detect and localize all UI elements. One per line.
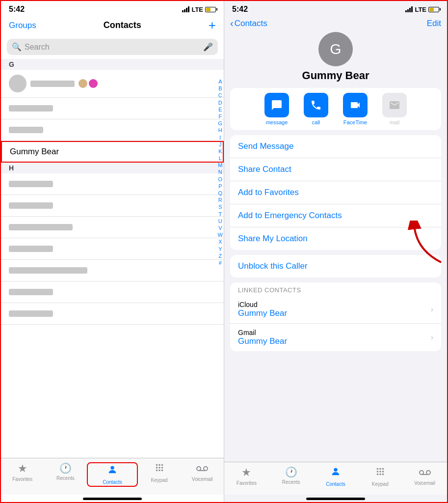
list-item[interactable]	[1, 195, 224, 217]
alpha-p[interactable]: P	[218, 183, 222, 190]
svg-point-11	[204, 467, 208, 471]
detail-nav: ‹ Contacts Edit	[224, 16, 447, 29]
alpha-h[interactable]: H	[218, 127, 222, 134]
message-action-button[interactable]: message	[260, 93, 293, 125]
unblock-row[interactable]: Unblock this Caller	[230, 255, 441, 278]
blurred-name	[9, 181, 53, 187]
alpha-w[interactable]: W	[218, 232, 223, 238]
tab-contacts-right[interactable]: Contacts	[314, 466, 358, 487]
alpha-q[interactable]: Q	[218, 190, 223, 196]
alpha-l[interactable]: L	[219, 155, 222, 162]
add-contact-button[interactable]: +	[209, 18, 216, 33]
tab-favorites-right[interactable]: ★ Favorites	[224, 466, 269, 487]
alpha-n[interactable]: N	[218, 169, 222, 175]
alpha-z[interactable]: Z	[218, 253, 222, 259]
list-item[interactable]	[1, 238, 224, 260]
alpha-s[interactable]: S	[218, 204, 222, 210]
mail-action-button[interactable]: mail	[378, 93, 411, 125]
back-button[interactable]: ‹ Contacts	[230, 18, 267, 29]
blurred-name	[9, 289, 53, 295]
list-item[interactable]	[1, 281, 224, 303]
list-item[interactable]	[1, 70, 224, 98]
tab-recents-right[interactable]: 🕐 Recents	[269, 466, 314, 487]
recents-label-right: Recents	[282, 479, 300, 485]
groups-button[interactable]: Groups	[9, 21, 36, 30]
alpha-k[interactable]: K	[218, 148, 222, 155]
tab-contacts-left[interactable]: Contacts	[87, 462, 138, 487]
svg-point-10	[197, 467, 201, 471]
alpha-r[interactable]: R	[218, 197, 222, 203]
alpha-c[interactable]: C	[218, 92, 222, 99]
add-emergency-text: Add to Emergency Contacts	[238, 211, 342, 221]
list-item[interactable]	[1, 303, 224, 325]
alpha-t[interactable]: T	[218, 211, 222, 218]
contacts-tab-label-right: Contacts	[326, 481, 345, 487]
add-favorites-row[interactable]: Add to Favorites	[230, 181, 441, 204]
alpha-v[interactable]: V	[218, 225, 222, 231]
svg-point-18	[376, 471, 378, 473]
alpha-a[interactable]: A	[218, 79, 222, 85]
color-dot	[89, 79, 98, 88]
alpha-e[interactable]: E	[218, 107, 222, 113]
tab-keypad-left[interactable]: Keypad	[138, 462, 181, 487]
left-panel: 5:42 LTE Groups Contacts + 🔍 Search 🎤 G	[1, 1, 224, 502]
status-bar-right: 5:42 LTE	[224, 1, 447, 16]
icloud-name: Gummy Bear	[238, 308, 433, 318]
tab-voicemail-left[interactable]: Voicemail	[181, 462, 224, 487]
tab-keypad-right[interactable]: Keypad	[358, 466, 402, 487]
list-item[interactable]	[1, 173, 224, 195]
alpha-g[interactable]: G	[218, 120, 223, 127]
favorites-icon-right: ★	[241, 466, 251, 479]
right-panel: 5:42 LTE ‹ Contacts Edit G Gummy Bear	[224, 1, 447, 502]
chevron-left-icon: ‹	[230, 18, 234, 29]
message-icon	[264, 93, 289, 117]
facetime-action-button[interactable]: FaceTime	[339, 93, 372, 125]
tab-favorites-left[interactable]: ★ Favorites	[1, 462, 44, 487]
tab-bar-right: ★ Favorites 🕐 Recents Contacts	[224, 462, 447, 495]
svg-point-25	[426, 471, 430, 475]
linked-icloud-item[interactable]: iCloud Gummy Bear ›	[230, 296, 441, 324]
tab-voicemail-right[interactable]: Voicemail	[402, 466, 447, 487]
gummy-bear-list-item[interactable]: Gummy Bear	[1, 141, 224, 163]
alpha-hash[interactable]: #	[219, 260, 222, 266]
blurred-avatar	[9, 75, 26, 92]
lte-label-right: LTE	[415, 6, 426, 13]
alpha-o[interactable]: O	[218, 176, 223, 183]
edit-button[interactable]: Edit	[427, 19, 441, 28]
send-message-row[interactable]: Send Message	[230, 135, 441, 158]
keypad-icon	[154, 462, 165, 476]
gmail-chevron-icon: ›	[431, 333, 433, 342]
list-item[interactable]	[1, 119, 224, 141]
avatar-initial: G	[330, 41, 341, 57]
message-label: message	[266, 119, 288, 125]
list-item[interactable]	[1, 260, 224, 281]
alpha-u[interactable]: U	[218, 218, 222, 224]
share-location-row[interactable]: Share My Location	[230, 227, 441, 250]
alpha-f[interactable]: F	[218, 113, 222, 120]
svg-point-17	[382, 468, 384, 470]
alpha-y[interactable]: Y	[218, 246, 222, 252]
facetime-icon	[343, 93, 368, 117]
linked-gmail-item[interactable]: Gmail Gummy Bear ›	[230, 324, 441, 351]
gmail-name: Gummy Bear	[238, 336, 433, 346]
tab-recents-left[interactable]: 🕐 Recents	[44, 462, 87, 487]
alpha-j[interactable]: J	[219, 141, 222, 148]
add-emergency-row[interactable]: Add to Emergency Contacts	[230, 204, 441, 227]
microphone-icon[interactable]: 🎤	[203, 42, 213, 52]
contact-header: G Gummy Bear	[224, 29, 447, 88]
share-contact-row[interactable]: Share Contact	[230, 158, 441, 181]
contact-name-gummy: Gummy Bear	[10, 147, 59, 157]
alpha-b[interactable]: B	[218, 85, 222, 92]
call-action-button[interactable]: call	[299, 93, 333, 125]
call-icon	[304, 93, 328, 117]
alpha-i[interactable]: I	[219, 135, 221, 141]
alpha-x[interactable]: X	[218, 239, 222, 245]
svg-point-15	[376, 468, 378, 470]
search-bar[interactable]: 🔍 Search 🎤	[7, 39, 218, 55]
list-item[interactable]	[1, 217, 224, 238]
alpha-m[interactable]: M	[218, 162, 222, 168]
alpha-d[interactable]: D	[218, 100, 222, 106]
icloud-provider: iCloud	[238, 301, 433, 308]
list-item[interactable]	[1, 98, 224, 119]
svg-point-14	[334, 468, 337, 472]
